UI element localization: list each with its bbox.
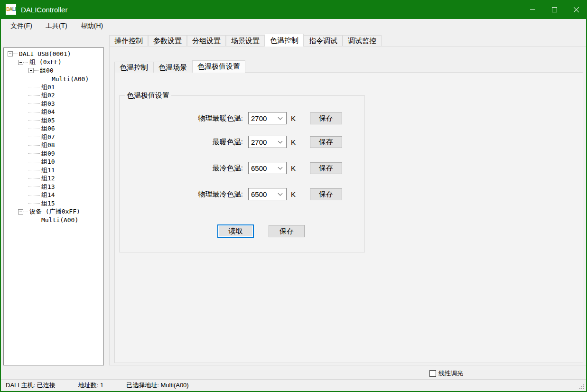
- tree-item[interactable]: 组05: [4, 116, 103, 125]
- tree-item[interactable]: 组 (0xFF): [4, 58, 103, 67]
- tree-collapse-icon[interactable]: [18, 60, 23, 65]
- tree-item[interactable]: DALI USB(0001): [4, 50, 103, 58]
- sub-tabstrip: 色温控制色温场景色温极值设置: [114, 61, 245, 73]
- tree-connector: [28, 170, 40, 170]
- menubar: 文件(F)工具(T)帮助(H): [1, 19, 586, 33]
- tree-item[interactable]: 组10: [4, 158, 103, 167]
- tree-item-label: 组07: [41, 133, 55, 141]
- main-tab[interactable]: 操作控制: [109, 35, 148, 47]
- tree-item[interactable]: 组11: [4, 166, 103, 175]
- row-save-button[interactable]: 保存: [310, 162, 342, 174]
- sub-tab[interactable]: 色温控制: [114, 62, 153, 73]
- tree-connector: [23, 62, 28, 63]
- tree-item[interactable]: 组09: [4, 149, 103, 158]
- menu-item[interactable]: 工具(T): [39, 20, 74, 32]
- tree-connector: [28, 103, 40, 104]
- main-tab[interactable]: 色温控制: [265, 34, 304, 47]
- row-save-button[interactable]: 保存: [310, 188, 342, 200]
- sub-tab[interactable]: 色温场景: [153, 62, 192, 73]
- tree-collapse-icon[interactable]: [18, 209, 23, 215]
- cct-value-dropdown[interactable]: 6500: [248, 188, 287, 200]
- cct-value-dropdown[interactable]: 6500: [248, 162, 287, 174]
- maximize-icon: [552, 7, 557, 12]
- main-tab[interactable]: 调试监控: [343, 35, 382, 47]
- tree-item[interactable]: 组13: [4, 183, 103, 191]
- linear-dimming-checkbox[interactable]: [429, 370, 436, 377]
- close-button[interactable]: [565, 0, 587, 19]
- cct-value: 6500: [249, 164, 279, 172]
- tree-connector: [28, 129, 40, 129]
- tree-collapse-icon[interactable]: [28, 68, 34, 73]
- tree-item[interactable]: 组15: [4, 199, 103, 208]
- device-tree[interactable]: DALI USB(0001)组 (0xFF)组00Multi(A00)组01组0…: [3, 47, 104, 365]
- tree-item[interactable]: 组02: [4, 92, 103, 100]
- window-title: DALIController: [21, 6, 67, 14]
- row-save-button[interactable]: 保存: [310, 112, 342, 124]
- tree-item-label: 组14: [41, 191, 55, 199]
- menu-item[interactable]: 文件(F): [4, 20, 39, 32]
- tree-connector: [13, 54, 18, 54]
- sub-tab[interactable]: 色温极值设置: [192, 60, 245, 73]
- tree-connector: [28, 187, 40, 187]
- tree-item[interactable]: 组07: [4, 133, 103, 141]
- tree-item-label: Multi(A00): [52, 75, 89, 83]
- tree-item-label: 组02: [41, 91, 55, 100]
- tree-connector: [28, 137, 40, 137]
- groupbox-title: 色温极值设置: [125, 91, 171, 100]
- cct-value: 2700: [249, 114, 279, 122]
- dali-controller-window: { "window": { "title": "DALIController",…: [0, 0, 587, 392]
- tree-item[interactable]: 组00: [4, 66, 103, 75]
- tree-item[interactable]: 组03: [4, 100, 103, 108]
- tree-item-label: 组08: [41, 141, 55, 149]
- resize-grip[interactable]: [578, 383, 584, 389]
- action-row: 读取 保存: [217, 224, 305, 238]
- tree-item[interactable]: 组14: [4, 191, 103, 200]
- tree-item-label: 组11: [41, 166, 55, 175]
- app-icon: DALI: [6, 4, 16, 15]
- main-tab[interactable]: 参数设置: [148, 35, 187, 47]
- tree-item[interactable]: Multi(A00): [4, 216, 103, 224]
- app-icon-letter: I: [15, 7, 16, 12]
- tree-connector: [39, 79, 50, 79]
- tree-item[interactable]: 组12: [4, 175, 103, 183]
- tree-item-label: 组00: [40, 66, 54, 75]
- tree-item[interactable]: 设备 (广播0xFF): [4, 208, 103, 216]
- cct-value: 2700: [249, 138, 279, 146]
- main-tab[interactable]: 分组设置: [187, 35, 226, 47]
- cct-setting-row: 最暖色温:2700K保存: [120, 136, 364, 148]
- tree-collapse-icon[interactable]: [8, 51, 13, 56]
- minimize-icon: [530, 9, 535, 10]
- tree-item-label: 组13: [41, 183, 55, 191]
- cct-value-dropdown[interactable]: 2700: [248, 136, 287, 148]
- menu-item[interactable]: 帮助(H): [74, 20, 110, 32]
- tree-item-label: 组03: [41, 100, 55, 108]
- read-button[interactable]: 读取: [217, 224, 254, 238]
- tree-connector: [23, 212, 28, 212]
- cct-row-label: 最暖色温:: [120, 138, 243, 147]
- cct-setting-row: 物理最暖色温:2700K保存: [120, 112, 364, 124]
- tree-item-label: 组10: [41, 158, 55, 166]
- tree-item[interactable]: 组08: [4, 141, 103, 150]
- tree-item[interactable]: 组01: [4, 83, 103, 92]
- cct-setting-row: 最冷色温:6500K保存: [120, 162, 364, 174]
- main-tab[interactable]: 场景设置: [226, 35, 265, 47]
- tree-item-label: 组01: [41, 83, 55, 92]
- tree-connector: [28, 112, 40, 112]
- cct-setting-row: 物理最冷色温:6500K保存: [120, 188, 364, 200]
- tree-item[interactable]: Multi(A00): [4, 75, 103, 84]
- minimize-button[interactable]: [522, 0, 543, 19]
- titlebar[interactable]: DALI DALIController: [1, 0, 587, 19]
- row-save-button[interactable]: 保存: [310, 136, 342, 148]
- tree-item-label: 组09: [41, 149, 55, 158]
- status-selected-address: 已选择地址: Multi(A00): [126, 381, 188, 390]
- maximize-button[interactable]: [543, 0, 565, 19]
- cct-limits-groupbox: 色温极值设置 读取 保存 物理最暖色温:2700K保存最暖色温:2700K保存最…: [119, 95, 365, 252]
- main-tab[interactable]: 指令调试: [304, 35, 343, 47]
- tree-item[interactable]: 组06: [4, 125, 103, 133]
- window-controls: [522, 0, 587, 19]
- tree-item-label: 组 (0xFF): [29, 58, 62, 66]
- save-all-button[interactable]: 保存: [269, 225, 305, 237]
- tree-item[interactable]: 组04: [4, 108, 103, 117]
- cct-value-dropdown[interactable]: 2700: [248, 112, 287, 124]
- tree-item-label: 设备 (广播0xFF): [29, 207, 80, 216]
